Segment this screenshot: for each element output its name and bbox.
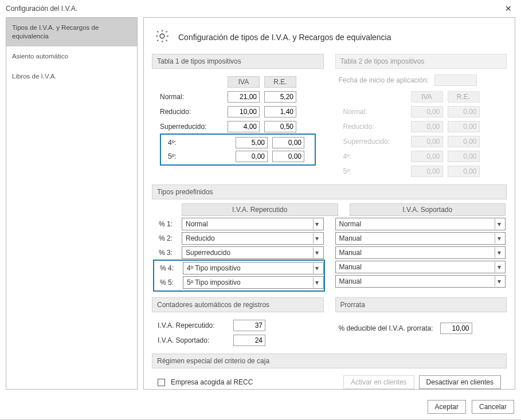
label-5: 5º: bbox=[161, 152, 231, 160]
label-normal-2: Normal: bbox=[343, 108, 406, 116]
window-title: Configuración del I.V.A. bbox=[6, 5, 77, 13]
label-sop-counter: I.V.A. Soportado: bbox=[158, 336, 226, 344]
col-head-sop: I.V.A. Soportado bbox=[350, 203, 506, 216]
gear-icon bbox=[154, 28, 170, 46]
input-4-iva-2 bbox=[411, 151, 443, 162]
label-super-2: Superreducido: bbox=[343, 138, 406, 146]
predef-label-3: % 3: bbox=[153, 249, 182, 257]
chevron-down-icon: ▾ bbox=[313, 219, 321, 229]
section-contadores: Contadores automáticos de registros bbox=[152, 297, 324, 312]
select-sop-3[interactable]: Manual▾ bbox=[335, 246, 506, 259]
sidebar: Tipos de I.V.A. y Recargos de equivalenc… bbox=[6, 17, 138, 390]
chevron-down-icon: ▾ bbox=[313, 248, 321, 258]
main-panel: Configuración de tipos de I.V.A. y Recar… bbox=[143, 17, 515, 390]
svg-point-0 bbox=[160, 34, 164, 38]
label-prorrata: % deducible del I.V.A. prorrata: bbox=[339, 324, 433, 332]
col-head-rep: I.V.A. Repercutido bbox=[182, 203, 338, 216]
predef-label-4: % 4: bbox=[154, 264, 183, 272]
col-head-re-2: R.E. bbox=[448, 91, 480, 103]
input-reducido-re-2 bbox=[448, 121, 480, 132]
close-icon[interactable]: ✕ bbox=[502, 2, 515, 15]
input-4-re[interactable] bbox=[272, 137, 304, 148]
input-super-re[interactable] bbox=[264, 121, 296, 132]
label-4: 4º: bbox=[161, 139, 231, 147]
input-sop-counter[interactable] bbox=[233, 335, 265, 346]
input-fecha-aplicacion bbox=[434, 74, 477, 86]
chevron-down-icon: ▾ bbox=[495, 248, 503, 258]
input-reducido-iva-2 bbox=[411, 121, 443, 132]
window: Configuración del I.V.A. ✕ Tipos de I.V.… bbox=[0, 0, 521, 420]
col-head-iva-2: IVA bbox=[411, 91, 443, 103]
input-4-iva[interactable] bbox=[236, 137, 268, 148]
section-prorrata: Prorrata bbox=[335, 297, 507, 312]
chevron-down-icon: ▾ bbox=[495, 262, 503, 272]
footer: Aceptar Cancelar bbox=[0, 394, 521, 419]
input-super-re-2 bbox=[448, 136, 480, 147]
select-sop-5[interactable]: Manual▾ bbox=[335, 275, 506, 288]
input-reducido-re[interactable] bbox=[264, 106, 296, 117]
section-tabla2: Tabla 2 de tipos impositivos bbox=[335, 54, 507, 69]
select-sop-2[interactable]: Manual▾ bbox=[335, 232, 506, 245]
label-reducido: Reducido: bbox=[160, 108, 223, 116]
predef-label-5: % 5: bbox=[154, 278, 183, 286]
chevron-down-icon: ▾ bbox=[313, 277, 321, 288]
input-5-re[interactable] bbox=[272, 151, 304, 162]
btn-desactivar-clientes[interactable]: Desactivar en clientes bbox=[419, 375, 501, 389]
checkbox-recc[interactable] bbox=[158, 379, 165, 386]
input-rep-counter[interactable] bbox=[233, 320, 265, 331]
label-4-2: 4º: bbox=[343, 152, 406, 160]
chevron-down-icon: ▾ bbox=[313, 233, 321, 244]
label-rep-counter: I.V.A. Repercutido: bbox=[158, 321, 226, 329]
input-normal-iva[interactable] bbox=[228, 91, 260, 103]
input-5-iva[interactable] bbox=[236, 151, 268, 162]
input-normal-re-2 bbox=[448, 106, 480, 117]
input-5-re-2 bbox=[448, 166, 480, 177]
chevron-down-icon: ▾ bbox=[495, 233, 503, 244]
chevron-down-icon: ▾ bbox=[495, 219, 503, 229]
label-recc-checkbox: Empresa acogida al RECC bbox=[171, 378, 253, 386]
sidebar-item-asiento-automatico[interactable]: Asiento automático bbox=[6, 46, 137, 66]
label-fecha-aplicacion: Fecha de inicio de aplicación: bbox=[339, 76, 429, 84]
select-sop-1[interactable]: Normal▾ bbox=[335, 218, 506, 230]
select-rep-1[interactable]: Normal▾ bbox=[182, 218, 324, 230]
input-4-re-2 bbox=[448, 151, 480, 162]
select-sop-4[interactable]: Manual▾ bbox=[335, 261, 506, 273]
chevron-down-icon: ▾ bbox=[495, 276, 503, 286]
btn-cancelar[interactable]: Cancelar bbox=[472, 400, 514, 414]
col-head-re: R.E. bbox=[264, 76, 296, 88]
predef-label-2: % 2: bbox=[153, 234, 182, 242]
predef-label-1: % 1: bbox=[153, 220, 182, 228]
input-normal-iva-2 bbox=[411, 106, 443, 117]
select-rep-3[interactable]: Superreducido▾ bbox=[182, 246, 324, 259]
label-5-2: 5º: bbox=[343, 167, 406, 175]
sidebar-item-libros-iva[interactable]: Libros de I.V.A. bbox=[6, 66, 137, 87]
select-rep-5[interactable]: 5º Tipo impositivo▾ bbox=[183, 276, 324, 289]
input-normal-re[interactable] bbox=[264, 91, 296, 103]
label-normal: Normal: bbox=[160, 93, 223, 101]
select-rep-2[interactable]: Reducido▾ bbox=[182, 232, 324, 245]
section-tabla1: Tabla 1 de tipos impositivos bbox=[152, 54, 324, 69]
chevron-down-icon: ▾ bbox=[313, 263, 321, 273]
select-rep-4[interactable]: 4º Tipo impositivo▾ bbox=[183, 262, 324, 274]
main-title: Configuración de tipos de I.V.A. y Recar… bbox=[178, 33, 391, 42]
input-reducido-iva[interactable] bbox=[228, 106, 260, 117]
input-prorrata[interactable] bbox=[440, 323, 472, 334]
highlight-tabla1-4-5: 4º: 5º: bbox=[160, 134, 316, 166]
titlebar: Configuración del I.V.A. ✕ bbox=[0, 0, 521, 17]
input-5-iva-2 bbox=[411, 166, 443, 177]
input-super-iva[interactable] bbox=[228, 121, 260, 132]
input-super-iva-2 bbox=[411, 136, 443, 147]
btn-aceptar[interactable]: Aceptar bbox=[428, 400, 466, 414]
col-head-iva: IVA bbox=[228, 76, 260, 88]
sidebar-item-tipos-iva[interactable]: Tipos de I.V.A. y Recargos de equivalenc… bbox=[6, 18, 137, 46]
highlight-predef-4-5: % 4: 4º Tipo impositivo▾ % 5: 5º Tipo im… bbox=[153, 260, 325, 292]
label-superreducido: Superreducido: bbox=[160, 123, 223, 131]
label-reducido-2: Reducido: bbox=[343, 123, 406, 131]
section-predef: Tipos predefinidos bbox=[152, 185, 507, 199]
section-recc: Régimen especial del criterio de caja bbox=[152, 354, 507, 368]
btn-activar-clientes[interactable]: Activar en clientes bbox=[343, 375, 414, 389]
